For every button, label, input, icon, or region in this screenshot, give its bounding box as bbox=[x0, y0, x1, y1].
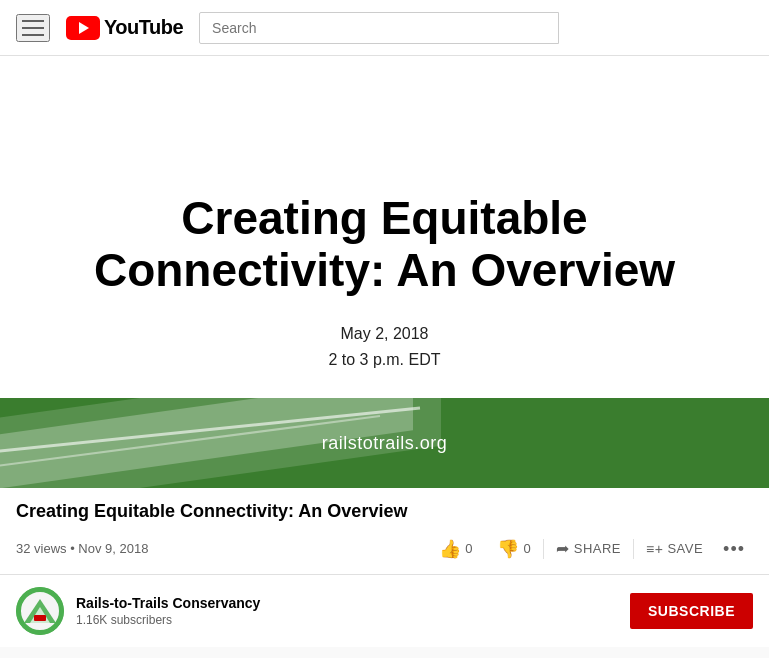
share-icon: ➦ bbox=[556, 539, 570, 558]
youtube-logo[interactable]: YouTube bbox=[66, 16, 183, 40]
video-stats: 32 views • Nov 9, 2018 bbox=[16, 541, 148, 556]
dislike-count: 0 bbox=[523, 541, 531, 556]
video-overlay-date: May 2, 2018 2 to 3 p.m. EDT bbox=[328, 321, 440, 372]
save-button[interactable]: ≡+ SAVE bbox=[634, 535, 715, 563]
youtube-icon bbox=[66, 16, 100, 40]
dislike-button[interactable]: 👎 0 bbox=[485, 532, 543, 566]
like-count: 0 bbox=[465, 541, 473, 556]
avatar-svg bbox=[16, 587, 64, 635]
video-thumbnail: Creating Equitable Connectivity: An Over… bbox=[0, 56, 769, 488]
youtube-text: YouTube bbox=[104, 16, 183, 39]
share-label: SHARE bbox=[574, 541, 621, 556]
channel-info: Rails-to-Trails Conservancy 1.16K subscr… bbox=[76, 595, 260, 627]
channel-name: Rails-to-Trails Conservancy bbox=[76, 595, 260, 611]
video-actions: 👍 0 👎 0 ➦ SHARE ≡+ SAVE ••• bbox=[427, 531, 753, 566]
channel-subscribers: 1.16K subscribers bbox=[76, 613, 260, 627]
channel-url: railstotrails.org bbox=[322, 433, 448, 454]
video-title: Creating Equitable Connectivity: An Over… bbox=[16, 500, 753, 523]
more-icon: ••• bbox=[723, 539, 745, 559]
header: YouTube bbox=[0, 0, 769, 56]
video-info: Creating Equitable Connectivity: An Over… bbox=[0, 488, 769, 575]
thumbs-down-icon: 👎 bbox=[497, 538, 520, 560]
video-date-line2: 2 to 3 p.m. EDT bbox=[328, 347, 440, 373]
save-icon: ≡+ bbox=[646, 541, 663, 557]
search-container bbox=[199, 12, 753, 44]
more-options-button[interactable]: ••• bbox=[715, 531, 753, 566]
channel-avatar[interactable] bbox=[16, 587, 64, 635]
like-button[interactable]: 👍 0 bbox=[427, 532, 485, 566]
search-input[interactable] bbox=[199, 12, 559, 44]
video-date-line1: May 2, 2018 bbox=[328, 321, 440, 347]
share-button[interactable]: ➦ SHARE bbox=[544, 533, 633, 564]
video-bottom-bar: railstotrails.org bbox=[0, 398, 769, 488]
video-player[interactable]: Creating Equitable Connectivity: An Over… bbox=[0, 56, 769, 488]
video-overlay-title: Creating Equitable Connectivity: An Over… bbox=[60, 192, 709, 298]
save-label: SAVE bbox=[667, 541, 703, 556]
subscribe-button[interactable]: SUBSCRIBE bbox=[630, 593, 753, 629]
thumbs-up-icon: 👍 bbox=[439, 538, 462, 560]
svg-rect-9 bbox=[34, 615, 46, 621]
channel-section: Rails-to-Trails Conservancy 1.16K subscr… bbox=[0, 575, 769, 647]
channel-left: Rails-to-Trails Conservancy 1.16K subscr… bbox=[16, 587, 260, 635]
header-left: YouTube bbox=[16, 14, 183, 42]
menu-button[interactable] bbox=[16, 14, 50, 42]
video-meta-row: 32 views • Nov 9, 2018 👍 0 👎 0 ➦ SHARE ≡… bbox=[16, 531, 753, 566]
